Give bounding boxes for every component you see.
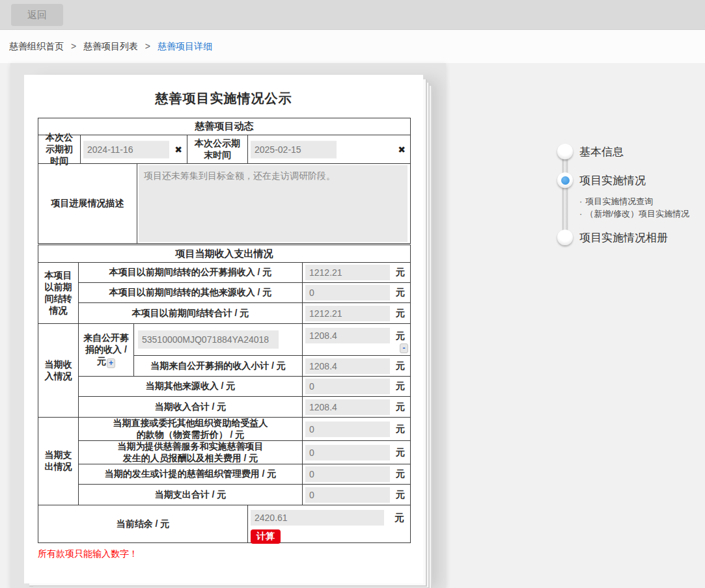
period-end-cell: ✖: [248, 135, 410, 163]
fundraising-amount-input[interactable]: [305, 328, 390, 343]
back-button[interactable]: 返回: [11, 4, 63, 26]
topbar: 返回: [0, 0, 705, 30]
progress-description-label: 项目进展情况描述: [38, 164, 137, 243]
stepper-item-label: 项目实施情况: [579, 173, 646, 188]
breadcrumb-project-detail: 慈善项目详细: [158, 41, 212, 51]
table-row: 本项目以前期间结转的公开募捐收入 / 元 元: [79, 263, 410, 283]
balance-input[interactable]: [251, 510, 384, 526]
unit-label: 元: [396, 330, 405, 342]
carryover-public-label: 本项目以前期间结转的公开募捐收入 / 元: [79, 263, 303, 282]
table-row: 本项目以前期间结转的其他来源收入 / 元 元: [79, 283, 410, 303]
carryover-public-input[interactable]: [305, 265, 390, 280]
public-fundraising-label-text: 来自公开募捐的收入 / 元: [83, 332, 129, 366]
table-row: 当期直接或委托其他组织资助给受益人 的款物（物资需折价） / 元 元: [79, 418, 410, 441]
expense-group-label: 当期支出情况: [38, 418, 79, 505]
balance-label: 当前结余 / 元: [38, 505, 248, 542]
stepper-subitem-label: （新增/修改）项目实施情况: [585, 209, 689, 219]
other-income-cell: 元: [303, 377, 410, 396]
period-end-label: 本次公示期末时间: [187, 135, 248, 163]
clear-end-date-icon[interactable]: ✖: [398, 144, 406, 155]
expense-group: 当期支出情况 当期直接或委托其他组织资助给受益人 的款物（物资需折价） / 元 …: [38, 418, 410, 505]
period-end-input[interactable]: [251, 140, 337, 158]
progress-description-row: 项目进展情况描述 项目还未筹集到目标金额，还在走访调研阶段。: [38, 164, 410, 243]
progress-description-textarea[interactable]: 项目还未筹集到目标金额，还在走访调研阶段。: [139, 165, 408, 242]
breadcrumb-separator: >: [71, 41, 76, 51]
carryover-total-input[interactable]: [305, 306, 390, 321]
income-total-cell: 元: [303, 397, 410, 417]
unit-label: 元: [396, 489, 405, 501]
breadcrumb-org-home[interactable]: 慈善组织首页: [9, 41, 64, 51]
public-fundraising-label: 来自公开募捐的收入 / 元+: [79, 324, 134, 376]
progress-description-cell: 项目还未筹集到目标金额，还在走访调研阶段。: [137, 164, 410, 243]
publicity-period-row: 本次公示期初时间 ✖ 本次公示期末时间 ✖: [38, 135, 410, 164]
finance-section-header: 项目当期收入支出情况: [38, 245, 410, 263]
expense-admin-cell: 元: [303, 464, 410, 484]
fundraising-amount-cell: 元 -: [303, 324, 410, 355]
unit-label: 元: [396, 381, 405, 392]
stepper-subitem-add-modify-implementation[interactable]: ·（新增/修改）项目实施情况: [579, 208, 689, 220]
fundraising-subtotal-cell: 元: [303, 356, 410, 376]
expense-total-label: 当期支出合计 / 元: [79, 485, 303, 505]
unit-label: 元: [396, 447, 405, 459]
screen: 返回 慈善组织首页 > 慈善项目列表 > 慈善项目详细 慈善项目实施情况公示 慈…: [0, 0, 705, 588]
unit-label: 元: [396, 287, 405, 299]
unit-label: 元: [396, 267, 405, 278]
period-start-input[interactable]: [83, 140, 169, 158]
expense-aid-cell: 元: [303, 418, 410, 440]
table-row: 当期来自公开募捐的收入小计 / 元 元: [134, 356, 410, 376]
calculate-button[interactable]: 计算: [251, 529, 281, 544]
table-row: 当期为提供慈善服务和实施慈善项目 发生的人员报酬以及相关费用 / 元 元: [79, 441, 410, 464]
content-panel: 慈善项目实施情况公示 慈善项目动态 本次公示期初时间 ✖ 本次公示期末时间 ✖: [10, 63, 446, 588]
expense-aid-input[interactable]: [305, 421, 390, 437]
stepper-subitem-implementation-query[interactable]: ·项目实施情况查询: [579, 196, 653, 207]
carryover-total-cell: 元: [303, 303, 410, 323]
stepper-item-implementation[interactable]: 项目实施情况: [557, 172, 646, 188]
remove-entry-button[interactable]: -: [400, 343, 408, 353]
expense-payroll-label: 当期为提供慈善服务和实施慈善项目 发生的人员报酬以及相关费用 / 元: [79, 441, 303, 464]
public-fundraising-block: 来自公开募捐的收入 / 元+ 元: [79, 324, 410, 377]
dynamics-section-header: 慈善项目动态: [38, 118, 410, 135]
fundraising-entry-row: 元 -: [134, 324, 410, 356]
table-row: 当期支出合计 / 元 元: [79, 485, 410, 505]
stepper-item-basic-info[interactable]: 基本信息: [557, 144, 624, 159]
expense-total-cell: 元: [303, 485, 410, 505]
other-income-input[interactable]: [305, 379, 390, 394]
expense-aid-label: 当期直接或委托其他组织资助给受益人 的款物（物资需折价） / 元: [79, 418, 303, 440]
breadcrumb-bar: 慈善组织首页 > 慈善项目列表 > 慈善项目详细: [0, 30, 705, 63]
table-row: 当期收入合计 / 元 元: [79, 397, 410, 417]
expense-admin-input[interactable]: [305, 466, 390, 482]
carryover-group-label: 本项目以前期间结转情况: [38, 263, 79, 323]
carryover-other-input[interactable]: [305, 285, 390, 301]
fundraising-code-cell: [134, 324, 303, 355]
fundraising-code-input[interactable]: [138, 330, 279, 349]
breadcrumb-project-list[interactable]: 慈善项目列表: [83, 41, 138, 51]
income-group-label: 当期收入情况: [38, 324, 79, 417]
project-dynamics-table: 慈善项目动态 本次公示期初时间 ✖ 本次公示期末时间 ✖ 项目进展情况描述: [38, 118, 411, 244]
add-entry-button[interactable]: +: [107, 358, 115, 368]
unit-label: 元: [396, 423, 405, 435]
carryover-other-cell: 元: [303, 283, 410, 302]
expense-payroll-input[interactable]: [305, 445, 390, 461]
period-start-label: 本次公示期初时间: [38, 135, 81, 163]
carryover-total-label: 本项目以前期间结转合计 / 元: [79, 303, 303, 323]
unit-label: 元: [396, 468, 405, 480]
income-total-input[interactable]: [305, 399, 390, 415]
bullet-icon: ·: [579, 196, 582, 206]
carryover-other-label: 本项目以前期间结转的其他来源收入 / 元: [79, 283, 303, 302]
expense-admin-label: 当期的发生或计提的慈善组织管理费用 / 元: [79, 464, 303, 484]
page-title: 慈善项目实施情况公示: [24, 90, 423, 107]
expense-payroll-cell: 元: [303, 441, 410, 464]
period-start-cell: ✖: [81, 135, 187, 163]
unit-label: 元: [396, 308, 405, 319]
expense-total-input[interactable]: [305, 487, 390, 503]
breadcrumb-separator: >: [145, 41, 150, 51]
numbers-only-warning: 所有款项只能输入数字！: [38, 548, 138, 560]
clear-start-date-icon[interactable]: ✖: [174, 144, 182, 155]
fundraising-subtotal-input[interactable]: [305, 358, 390, 374]
table-row: 当期其他来源收入 / 元 元: [79, 377, 410, 397]
stepper-track: [562, 152, 568, 238]
balance-cell: 元 计算: [248, 505, 410, 542]
unit-label: 元: [396, 401, 405, 413]
balance-row: 当前结余 / 元 元 计算: [38, 505, 410, 542]
stepper-item-album[interactable]: 项目实施情况相册: [557, 230, 668, 245]
